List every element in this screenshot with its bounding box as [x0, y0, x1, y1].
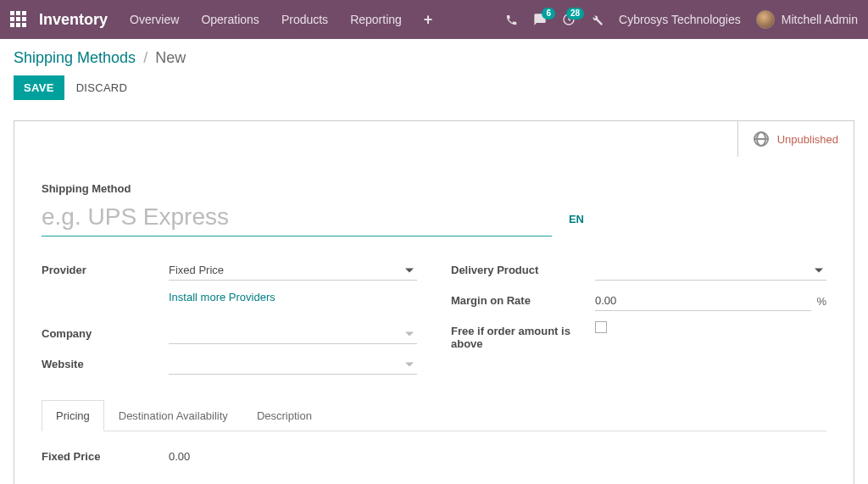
user-menu[interactable]: Mitchell Admin: [756, 10, 858, 29]
breadcrumb-current: New: [155, 49, 186, 66]
margin-input[interactable]: [595, 291, 811, 311]
tab-pricing[interactable]: Pricing: [42, 400, 104, 431]
fixed-price-label: Fixed Price: [42, 447, 169, 463]
provider-label: Provider: [42, 260, 169, 276]
company-label: Company: [42, 324, 169, 340]
website-value[interactable]: [169, 354, 417, 375]
provider-select[interactable]: [169, 260, 417, 281]
language-pill[interactable]: EN: [569, 213, 584, 225]
free-threshold-label: Free if order amount is above: [451, 321, 595, 350]
breadcrumb-separator: /: [143, 49, 147, 66]
fixed-price-input[interactable]: [169, 447, 431, 466]
breadcrumb: Shipping Methods / New: [14, 49, 854, 67]
app-brand[interactable]: Inventory: [39, 11, 108, 29]
margin-label: Margin on Rate: [451, 291, 595, 307]
company-value[interactable]: [169, 324, 417, 344]
tab-content-pricing: Fixed Price: [42, 431, 826, 481]
globe-icon: [754, 131, 769, 147]
tools-icon[interactable]: [591, 14, 604, 26]
control-panel: Shipping Methods / New Save Discard: [0, 39, 868, 108]
activity-icon[interactable]: 28: [562, 13, 576, 26]
nav-overview[interactable]: Overview: [130, 13, 179, 26]
discard-button[interactable]: Discard: [76, 81, 128, 94]
provider-value[interactable]: [169, 260, 417, 281]
navbar: Inventory Overview Operations Products R…: [0, 0, 868, 39]
plus-icon[interactable]: +: [424, 11, 433, 29]
company-name: Cybrosys Technologies: [619, 13, 741, 26]
tab-destination-availability[interactable]: Destination Availability: [104, 400, 242, 431]
apps-icon[interactable]: [10, 11, 27, 28]
delivery-product-value[interactable]: [595, 260, 826, 281]
website-select[interactable]: [169, 354, 417, 375]
user-name: Mitchell Admin: [782, 13, 858, 26]
margin-unit: %: [816, 295, 826, 308]
phone-icon[interactable]: [505, 14, 518, 26]
delivery-product-label: Delivery Product: [451, 260, 595, 276]
delivery-product-select[interactable]: [595, 260, 826, 281]
activity-badge: 28: [566, 8, 584, 19]
nav-operations[interactable]: Operations: [201, 13, 259, 26]
right-column: Delivery Product Margin on Rate % Fr: [451, 260, 826, 385]
messaging-badge: 6: [542, 8, 555, 19]
nav-reporting[interactable]: Reporting: [350, 13, 402, 26]
avatar: [756, 10, 775, 29]
left-column: Provider Install more Providers Company: [42, 260, 417, 385]
tab-description[interactable]: Description: [242, 400, 326, 431]
company-switcher[interactable]: Cybrosys Technologies: [619, 13, 741, 26]
form-sheet: Unpublished Shipping Method EN Provider: [14, 120, 854, 484]
nav-products[interactable]: Products: [281, 13, 328, 26]
save-button[interactable]: Save: [14, 75, 64, 100]
shipping-method-label: Shipping Method: [42, 182, 826, 195]
free-threshold-checkbox[interactable]: [595, 321, 607, 333]
company-select[interactable]: [169, 324, 417, 344]
messaging-icon[interactable]: 6: [533, 13, 547, 26]
website-label: Website: [42, 354, 169, 370]
shipping-method-input[interactable]: [42, 202, 552, 236]
publish-toggle[interactable]: Unpublished: [737, 121, 854, 157]
install-providers-link[interactable]: Install more Providers: [169, 291, 275, 303]
tab-bar: Pricing Destination Availability Descrip…: [42, 400, 826, 431]
publish-label: Unpublished: [777, 133, 838, 146]
breadcrumb-parent[interactable]: Shipping Methods: [14, 49, 136, 66]
